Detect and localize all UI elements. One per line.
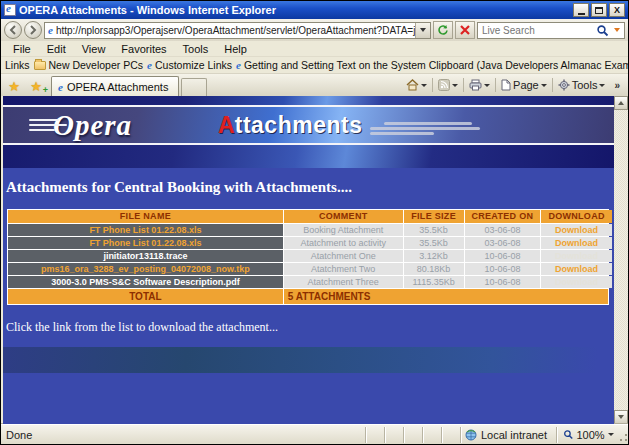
file-name-link[interactable]: FT Phone List 01.22.08.xls [8,237,283,249]
comment-cell: Booking Attachment [284,224,403,236]
title-bar[interactable]: e OPERA Attachments - Windows Internet E… [1,1,628,19]
scroll-up-button[interactable] [614,96,628,110]
download-link[interactable]: Download [541,250,612,262]
menu-file[interactable]: File [5,43,39,55]
tab-opera-attachments[interactable]: e OPERA Attachments [51,76,179,96]
chevron-down-icon [541,84,547,87]
link-label: Customize Links [155,59,232,71]
scrollbar-track[interactable] [614,110,628,410]
menu-help[interactable]: Help [216,43,255,55]
gear-icon [558,79,570,91]
chevron-down-icon [614,28,620,32]
menu-view[interactable]: View [74,43,114,55]
table-row: FT Phone List 01.22.08.xls Atatchment to… [8,237,608,249]
file-name-link[interactable]: pms16_ora_3288_ev_posting_04072008_now.t… [8,263,283,275]
link-new-developer-pcs[interactable]: New Developer PCs [34,59,144,71]
menu-favorites[interactable]: Favorites [113,43,174,55]
print-button[interactable] [467,76,492,94]
ie-page-icon: e [58,81,63,93]
download-link[interactable]: Download [541,224,612,236]
menu-tools[interactable]: Tools [175,43,217,55]
back-arrow-icon [8,25,18,35]
column-header-comment: COMMENT [284,210,403,223]
url-history-dropdown[interactable] [415,23,430,38]
scroll-down-button[interactable] [614,410,628,424]
tools-button-label: Tools [572,79,598,91]
link-clipboard-article[interactable]: e Getting and Setting Text on the System… [236,59,628,71]
link-customize-links[interactable]: e Customize Links [147,59,232,71]
star-icon: ★ [30,80,42,93]
url-input[interactable]: e http://nplorsapp3/Operajserv/OperaAtta… [44,22,431,39]
menu-edit[interactable]: Edit [39,43,74,55]
created-on-cell: 03-06-08 [465,224,541,236]
page-menu-button[interactable]: Page [499,76,549,94]
comment-cell: Atatchment Three [284,276,403,288]
forward-button[interactable] [24,21,42,39]
file-name-link[interactable]: FT Phone List 01.22.08.xls [8,224,283,236]
content-area: Opera A ttachments Attachments for Centr… [1,96,628,424]
web-page: Opera A ttachments Attachments for Centr… [3,96,614,424]
refresh-button[interactable] [433,21,453,39]
maximize-button[interactable] [591,3,607,17]
file-name-link[interactable]: jinitiator13118.trace [8,250,283,262]
search-icon[interactable] [596,24,609,37]
created-on-cell: 10-06-08 [465,250,541,262]
banner: Opera A ttachments [3,107,614,143]
table-header-row: FILE NAME COMMENT FILE SIZE CREATED ON D… [8,210,608,223]
page-icon [501,79,511,91]
page-title: Attachments for Central Booking with Att… [3,168,614,196]
divider [552,78,553,92]
search-input[interactable] [478,25,596,36]
divider [432,78,433,92]
resize-grip[interactable] [617,427,628,443]
download-link[interactable]: Download [541,237,612,249]
back-button[interactable] [4,21,22,39]
chevron-down-icon [599,84,605,87]
tools-menu-button[interactable]: Tools [556,76,608,94]
refresh-icon [437,24,449,36]
folder-icon [34,61,46,70]
download-link[interactable]: Download [541,263,612,275]
status-pane [403,427,422,443]
divider [495,78,496,92]
column-header-file-size: FILE SIZE [404,210,464,223]
star-icon: ★ [8,80,20,93]
home-button[interactable] [404,76,429,94]
vertical-scrollbar[interactable] [614,96,628,424]
comment-cell: Atatchment Two [284,263,403,275]
file-name-link[interactable]: 3000-3.0 PMS-S&C Software Description.pd… [8,276,283,288]
status-text: Done [1,429,365,441]
divider [463,78,464,92]
forward-arrow-icon [28,25,38,35]
table-total-row: TOTAL 5 ATTACHMENTS [8,289,608,304]
search-options-dropdown[interactable] [609,23,624,38]
add-favorite-button[interactable]: ★+ [25,77,47,96]
favorites-center-button[interactable]: ★ [3,77,25,96]
chevron-down-icon [484,84,490,87]
live-search-box[interactable] [477,22,625,39]
column-header-file-name: FILE NAME [8,210,283,223]
status-pane [441,427,460,443]
zoom-level: 100% [576,429,604,441]
column-header-created-on: CREATED ON [465,210,541,223]
feeds-button[interactable] [436,76,460,94]
command-bar: Page Tools » [404,74,626,96]
chevron-down-icon [421,84,427,87]
footer-gradient-stripe [3,347,614,373]
commandbar-overflow-chevron[interactable]: » [610,80,624,91]
url-text: http://nplorsapp3/Operajserv/OperaAttach… [56,25,415,36]
file-size-cell: 80.18Kb [404,263,464,275]
status-pane [384,427,403,443]
instruction-text: Click the link from the list to download… [6,320,614,335]
zoom-control[interactable]: 100% [556,427,628,443]
status-bar: Done Local intranet 100% [1,424,628,444]
total-count: 5 ATTACHMENTS [284,289,608,304]
new-tab-stub[interactable] [181,78,207,96]
comment-cell: Atatchment to activity [284,237,403,249]
stop-button[interactable] [455,21,475,39]
minimize-button[interactable] [573,3,589,17]
window-title: OPERA Attachments - Windows Internet Exp… [19,4,571,16]
chevron-down-icon [420,28,426,32]
download-link[interactable]: Download [541,276,612,288]
close-button[interactable]: X [609,3,625,17]
